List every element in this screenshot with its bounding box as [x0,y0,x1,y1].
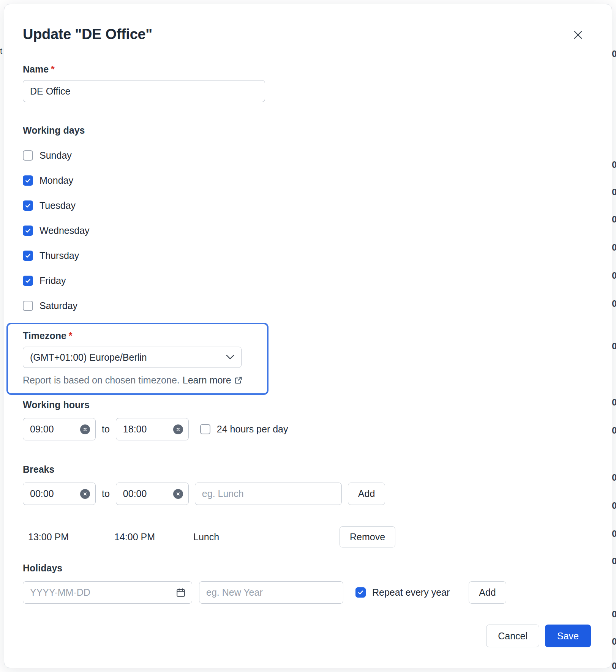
day-label: Wednesday [39,225,90,236]
repeat-checkbox[interactable] [355,587,366,598]
day-label: Monday [39,175,73,186]
background-fragment: 0 [612,556,616,566]
background-fragment: 0 [612,472,616,483]
to-label: to [102,424,110,435]
required-asterisk: * [51,64,55,75]
save-button[interactable]: Save [545,625,591,647]
modal-title: Update "DE Office" [23,26,152,43]
checkbox-saturday[interactable] [23,301,33,311]
background-fragment: 0 [612,425,616,436]
background-fragment: 0 [612,636,616,647]
timezone-label-text: Timezone [23,330,66,341]
timezone-highlight: Timezone* (GMT+01:00) Europe/Berlin Repo… [6,323,269,395]
checkbox-wednesday[interactable] [23,226,33,236]
hours-24-checkbox[interactable] [200,424,210,434]
timezone-helper: Report is based on chosen timezone. Lear… [23,375,258,386]
break-name-input[interactable] [195,483,342,505]
work-start-input[interactable]: 09:00 [23,418,96,440]
external-link-icon[interactable] [234,376,242,384]
name-label: Name* [23,64,593,75]
timezone-selected-value: (GMT+01:00) Europe/Berlin [30,352,147,363]
break-row: 13:00 PM 14:00 PM Lunch Remove [23,526,593,547]
background-fragment: 0 [612,214,616,225]
day-label: Sunday [39,150,72,161]
checkbox-friday[interactable] [23,276,33,286]
background-fragment: 0 [612,159,616,170]
background-fragment: 0 [612,661,616,671]
working-day-row: Sunday [23,150,593,161]
clear-icon[interactable] [80,489,90,499]
day-label: Thursday [39,250,79,261]
background-fragment: 0 [612,270,616,281]
to-label: to [102,488,110,499]
background-fragment: 0 [612,49,616,59]
background-fragment: 0 [612,341,616,352]
break-end-time: 14:00 PM [114,532,193,543]
background-fragment: 0 [612,609,616,620]
working-day-row: Friday [23,275,593,286]
holidays-label: Holidays [23,563,593,574]
background-fragment: 0 [612,500,616,511]
background-fragment: 0 [612,242,616,253]
day-label: Tuesday [39,200,76,211]
break-input-row: 00:00 to 00:00 Add [23,483,593,505]
holiday-add-button[interactable]: Add [469,581,506,604]
learn-more-link[interactable]: Learn more [183,375,231,386]
hours-24-label: 24 hours per day [217,424,288,435]
checkbox-sunday[interactable] [23,150,33,161]
work-start-value: 09:00 [30,424,54,435]
break-add-button[interactable]: Add [348,483,385,505]
working-hours-row: 09:00 to 18:00 24 hours per day [23,418,593,440]
background-fragment: 0 [612,187,616,197]
break-end-input[interactable]: 00:00 [116,483,189,505]
working-day-row: Thursday [23,250,593,261]
break-start-value: 00:00 [30,488,54,499]
calendar-icon[interactable] [176,588,186,598]
break-name: Lunch [193,532,340,543]
repeat-label: Repeat every year [372,587,450,598]
timezone-select[interactable]: (GMT+01:00) Europe/Berlin [23,347,242,368]
day-label: Saturday [39,300,77,311]
close-button[interactable] [571,28,585,42]
background-fragment: 0 [612,298,616,309]
background-fragment: 0 [612,397,616,408]
working-days-label: Working days [23,125,593,136]
holiday-date-field[interactable] [30,587,159,598]
modal-header: Update "DE Office" [4,4,612,43]
clear-icon[interactable] [173,424,183,434]
background-fragment: 0 [612,528,616,539]
checkbox-monday[interactable] [23,175,33,186]
timezone-label: Timezone* [23,330,258,341]
break-start-input[interactable]: 00:00 [23,483,96,505]
holiday-date-input[interactable] [23,581,192,604]
break-start-time: 13:00 PM [23,532,114,543]
working-day-row: Wednesday [23,225,593,236]
name-input[interactable] [23,80,265,102]
chevron-down-icon [226,355,234,360]
holiday-name-input[interactable] [199,581,343,604]
working-day-row: Saturday [23,300,593,311]
break-remove-button[interactable]: Remove [340,526,395,547]
update-office-modal: Update "DE Office" Name* Working days Su… [4,4,612,668]
required-asterisk: * [69,330,73,341]
checkbox-tuesday[interactable] [23,200,33,211]
breaks-label: Breaks [23,464,593,475]
modal-footer: Cancel Save [486,625,591,647]
clear-icon[interactable] [173,489,183,499]
work-end-value: 18:00 [123,424,147,435]
holiday-input-row: Repeat every year Add [23,581,593,604]
break-end-value: 00:00 [123,488,147,499]
checkbox-thursday[interactable] [23,251,33,261]
working-day-row: Tuesday [23,200,593,211]
background-fragment: t [0,46,2,56]
name-label-text: Name [23,64,49,75]
day-label: Friday [39,275,66,286]
timezone-helper-text: Report is based on chosen timezone. [23,375,180,386]
cancel-button[interactable]: Cancel [486,625,539,647]
working-hours-label: Working hours [23,399,593,410]
close-icon [572,36,584,42]
modal-content: Name* Working days Sunday Monday Tuesday… [4,64,612,604]
clear-icon[interactable] [80,424,90,434]
working-day-row: Monday [23,175,593,186]
work-end-input[interactable]: 18:00 [116,418,189,440]
